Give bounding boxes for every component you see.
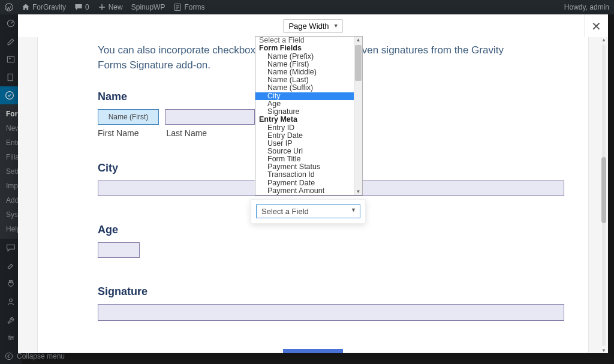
dropdown-scroll-up[interactable]: ▲ xyxy=(354,37,362,43)
dropdown-option[interactable]: Age xyxy=(255,100,354,108)
dropdown-scroll-down[interactable]: ▼ xyxy=(354,189,362,194)
spinupwp-link[interactable]: SpinupWP xyxy=(131,3,165,11)
dropdown-option[interactable]: Payment Amount xyxy=(255,187,354,195)
modal-close-button[interactable]: ✕ xyxy=(584,14,608,38)
field-select-container: Select a Field xyxy=(251,199,366,224)
dropdown-option[interactable]: Signature xyxy=(255,108,354,116)
modal-scrollbar[interactable]: ▲ ▼ xyxy=(601,37,607,353)
dropdown-scroll-thumb[interactable] xyxy=(355,45,362,81)
name-first-field[interactable]: Name (First) xyxy=(98,109,159,125)
dropdown-option[interactable]: Entry Date xyxy=(255,132,354,140)
first-name-label: First Name xyxy=(98,128,139,138)
signature-field[interactable] xyxy=(98,304,564,321)
scroll-down-arrow[interactable]: ▼ xyxy=(601,348,606,353)
site-name: ForGravity xyxy=(32,3,66,11)
dropdown-option[interactable]: Transaction Id xyxy=(255,171,354,179)
age-title: Age xyxy=(98,224,528,236)
age-section: Age xyxy=(98,224,528,258)
name-first-tag: Name (First) xyxy=(109,113,149,121)
scroll-up-arrow[interactable]: ▲ xyxy=(601,37,606,43)
signature-section: Signature xyxy=(98,285,528,321)
last-name-label: Last Name xyxy=(166,128,207,138)
field-select-dropdown[interactable]: Select a FieldForm FieldsName (Prefix)Na… xyxy=(255,36,363,195)
close-icon: ✕ xyxy=(591,19,601,34)
wp-logo[interactable] xyxy=(5,3,13,11)
bottom-indicator xyxy=(283,349,343,353)
dropdown-option[interactable]: City xyxy=(255,92,354,100)
modal-header: Page Width ✕ xyxy=(18,14,608,37)
signature-title: Signature xyxy=(98,285,528,298)
dropdown-option[interactable]: Payment Date xyxy=(255,179,354,187)
name-last-field[interactable] xyxy=(165,109,255,125)
new-link[interactable]: New xyxy=(98,3,123,11)
new-label: New xyxy=(109,3,123,11)
dropdown-option[interactable]: Name (Suffix) xyxy=(255,84,354,92)
site-name-link[interactable]: ForGravity xyxy=(22,3,66,11)
dropdown-group-label: Form Fields xyxy=(255,44,354,53)
howdy-link[interactable]: Howdy, admin xyxy=(564,3,609,11)
forms-link[interactable]: Forms xyxy=(173,3,204,11)
dropdown-group-label: Entry Meta xyxy=(255,116,354,124)
svg-point-0 xyxy=(5,4,13,11)
comments-link[interactable]: 0 xyxy=(74,3,89,11)
comments-count: 0 xyxy=(85,3,89,11)
dropdown-scrollbar[interactable]: ▲ ▼ xyxy=(354,37,362,195)
field-select[interactable]: Select a Field xyxy=(256,204,360,218)
scroll-thumb[interactable] xyxy=(601,157,606,223)
wp-admin-bar: ForGravity 0 New SpinupWP Forms Howdy, a… xyxy=(0,0,614,14)
age-field[interactable] xyxy=(98,242,140,258)
dropdown-option[interactable]: Entry ID xyxy=(255,124,354,132)
zoom-select[interactable]: Page Width xyxy=(283,19,342,33)
